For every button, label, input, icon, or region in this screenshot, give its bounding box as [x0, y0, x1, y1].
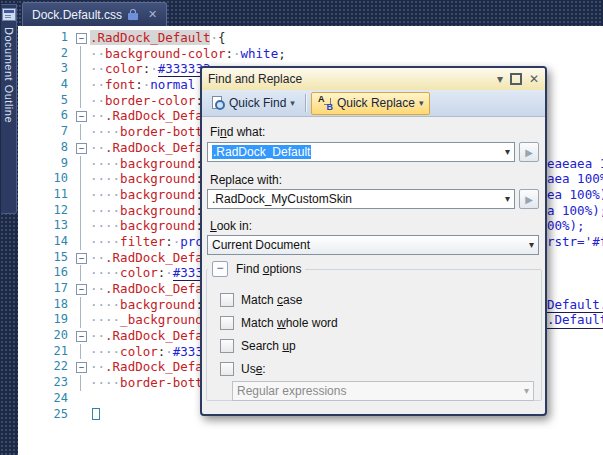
line-number: 16 [18, 265, 74, 281]
fold-guide [74, 312, 90, 328]
collapse-toggle-icon[interactable]: − [212, 261, 228, 277]
fold-guide [74, 61, 90, 77]
fold-guide [74, 375, 90, 391]
code-fragment: Default.gif'); [547, 297, 603, 314]
match-whole-word-row[interactable]: Match whole word [220, 316, 338, 330]
match-whole-word-label: Match whole word [241, 316, 338, 330]
document-outline-icon [2, 8, 16, 21]
tab-close-icon[interactable]: ✕ [148, 8, 157, 21]
code-fragment: .Default.gif'); [547, 312, 603, 329]
close-icon[interactable]: ✕ [529, 73, 539, 85]
find-what-input[interactable]: .RadDock_Default ▾ [207, 142, 515, 162]
line-number: 24 [18, 391, 74, 407]
chevron-down-icon[interactable]: ▾ [505, 193, 510, 204]
use-checkbox[interactable] [220, 362, 234, 376]
line-number: 1 [18, 30, 74, 46]
line-number: 22 [18, 359, 74, 375]
fold-collapse-icon[interactable] [74, 359, 90, 375]
toolbar-separator [305, 94, 307, 112]
line-number: 6 [18, 108, 74, 124]
quick-replace-button[interactable]: AB Quick Replace ▾ [311, 92, 431, 115]
replace-with-value: .RadDock_MyCustomSkin [212, 192, 352, 206]
code-text: .RadDock_Default·{ [90, 30, 541, 46]
use-label: Use: [241, 362, 266, 376]
look-in-label: Look in: [210, 219, 252, 233]
fold-collapse-icon[interactable] [74, 328, 90, 344]
fold-collapse-icon[interactable] [74, 30, 90, 46]
code-fragment: eaeaea 100%); [547, 156, 603, 172]
fold-guide [74, 218, 90, 234]
line-number: 4 [18, 77, 74, 93]
fold-guide [74, 46, 90, 62]
line-number: 2 [18, 46, 74, 62]
replace-with-input[interactable]: .RadDock_MyCustomSkin ▾ [207, 189, 515, 209]
replace-with-label: Replace with: [210, 173, 282, 187]
code-fragment: rstr='#fcfcfc' [547, 234, 603, 250]
tab-title: Dock.Default.css [32, 8, 122, 22]
match-case-row[interactable]: Match case [220, 293, 302, 307]
code-fragment: ea 100%); [547, 187, 603, 203]
fold-guide [74, 156, 90, 172]
search-up-label: Search up [241, 339, 296, 353]
find-options-label: Find options [236, 262, 301, 276]
fold-collapse-icon[interactable] [74, 108, 90, 124]
app-window: { "window": { "tab_title": "Dock.Default… [0, 0, 603, 455]
line-number: 9 [18, 156, 74, 172]
code-line[interactable]: 2··background-color:·white; [18, 46, 603, 62]
maximize-icon[interactable] [510, 73, 522, 85]
line-number: 12 [18, 203, 74, 219]
code-fragment: 00%); [547, 218, 585, 234]
sidebar-item-document-outline[interactable]: Document Outline [1, 4, 17, 214]
code-line[interactable]: 1.RadDock_Default·{ [18, 30, 603, 46]
match-whole-word-checkbox[interactable] [220, 316, 234, 330]
line-number: 20 [18, 328, 74, 344]
line-number: 19 [18, 312, 74, 328]
line-number: 21 [18, 344, 74, 360]
look-in-select[interactable]: Current Document ▾ [207, 235, 539, 255]
code-fragment: a 100%); [547, 203, 603, 219]
document-tab[interactable]: Dock.Default.css ✕ [22, 2, 167, 26]
line-number: 23 [18, 375, 74, 391]
find-replace-dialog: Find and Replace ▾ ✕ Quick Find ▾ AB Qui… [200, 66, 547, 416]
quick-find-button[interactable]: Quick Find ▾ [205, 93, 301, 114]
line-number: 17 [18, 281, 74, 297]
fold-guide [74, 234, 90, 250]
line-number: 10 [18, 171, 74, 187]
use-row[interactable]: Use: [220, 362, 266, 376]
fold-collapse-icon[interactable] [74, 281, 90, 297]
fold-guide [74, 93, 90, 109]
fold-collapse-icon[interactable] [74, 140, 90, 156]
line-number: 3 [18, 61, 74, 77]
quick-replace-icon: AB [318, 96, 333, 110]
find-what-label: Find what: [210, 125, 265, 139]
dialog-body: Find what: .RadDock_Default ▾ ▶ Replace … [202, 117, 545, 414]
window-position-menu-icon[interactable]: ▾ [497, 73, 503, 85]
chevron-down-icon: ▾ [419, 98, 424, 108]
match-case-checkbox[interactable] [220, 293, 234, 307]
fold-collapse-icon[interactable] [74, 250, 90, 266]
search-up-checkbox[interactable] [220, 339, 234, 353]
dialog-title: Find and Replace [208, 72, 490, 86]
chevron-down-icon: ▾ [529, 239, 534, 250]
fold-guide [74, 344, 90, 360]
find-what-value: .RadDock_Default [212, 145, 311, 159]
line-number: 25 [18, 407, 74, 423]
line-number: 18 [18, 297, 74, 313]
line-number: 14 [18, 234, 74, 250]
fold-guide [74, 391, 90, 407]
use-select: Regular expressions ▾ [232, 381, 534, 401]
find-next-button[interactable]: ▶ [519, 142, 539, 162]
use-select-value: Regular expressions [237, 384, 346, 398]
fold-guide [74, 187, 90, 203]
chevron-down-icon[interactable]: ▾ [505, 146, 510, 157]
sidebar-label: Document Outline [3, 27, 15, 123]
fold-guide [74, 203, 90, 219]
dialog-titlebar[interactable]: Find and Replace ▾ ✕ [202, 68, 545, 90]
quick-find-icon [211, 96, 225, 110]
match-case-label: Match case [241, 293, 302, 307]
replace-button[interactable]: ▶ [519, 189, 539, 209]
search-up-row[interactable]: Search up [220, 339, 296, 353]
fold-guide [74, 77, 90, 93]
chevron-down-icon: ▾ [290, 98, 295, 108]
line-number: 11 [18, 187, 74, 203]
